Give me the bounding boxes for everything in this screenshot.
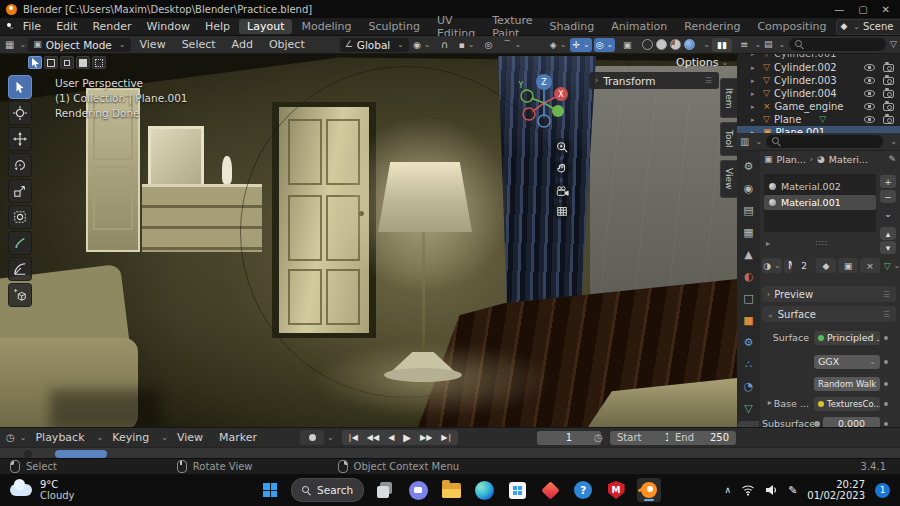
tab-modifiers[interactable]: ⚙ (738, 333, 759, 352)
sidebar-tab-view[interactable]: View (720, 160, 737, 198)
surface-panel-header[interactable]: ⌄Surface☰ (762, 306, 896, 322)
workspace-tab-compositing[interactable]: Compositing (749, 19, 834, 34)
volume-icon[interactable] (765, 484, 778, 496)
outliner-row[interactable]: ▸▽Plane ▽ (737, 113, 900, 126)
menu-window[interactable]: Window (140, 19, 197, 34)
proportional-edit-toggle[interactable]: ◎ (479, 38, 499, 52)
select-extend-button[interactable] (44, 56, 58, 69)
shading-wireframe-button[interactable] (642, 39, 653, 50)
properties-editor-icon[interactable]: ▥ (740, 137, 749, 147)
hide-eye-icon[interactable] (864, 116, 875, 123)
jump-to-end-button[interactable]: ▶∣ (437, 433, 455, 442)
snap-target-dropdown[interactable]: ▪⌄ (457, 38, 477, 52)
material-slot[interactable]: Material.002 (764, 179, 876, 194)
shading-rendered-button[interactable] (684, 39, 695, 50)
timeline-view-menu[interactable]: View (170, 430, 210, 445)
sidebar-tab-tool[interactable]: Tool (720, 122, 737, 156)
base-color-button[interactable]: TexturesCo... (814, 397, 880, 411)
select-intersect-button[interactable] (92, 56, 106, 69)
prev-keyframe-button[interactable]: ◀◀ (363, 433, 383, 442)
outliner-row[interactable]: ▸▽Cylinder.003 (737, 74, 900, 87)
transform-orientation-dropdown[interactable]: ∠ Global ⌄ (340, 38, 409, 52)
outliner[interactable]: ▸▽Cylinder.001 ▸▽Cylinder.002 ▸▽Cylinder… (737, 54, 900, 133)
play-reverse-button[interactable]: ◀ (384, 433, 398, 442)
slot-specials-dropdown[interactable]: ⌄ (880, 207, 896, 220)
annotate-tool[interactable] (8, 231, 32, 255)
keying-menu[interactable]: Keying (105, 430, 156, 445)
menu-render[interactable]: Render (85, 19, 138, 34)
toggle-perspective-button[interactable] (553, 202, 571, 220)
surface-shader-button[interactable]: Principled ... (814, 331, 880, 345)
maximize-button[interactable]: ▢ (858, 4, 867, 15)
breadcrumb-data[interactable]: Materi... (829, 154, 868, 165)
notification-badge[interactable]: 1 (875, 483, 890, 498)
sidebar-tab-item[interactable]: Item (720, 78, 737, 118)
render-visibility-icon[interactable] (883, 64, 894, 72)
next-keyframe-button[interactable]: ▶▶ (416, 433, 436, 442)
playhead-handle[interactable] (55, 450, 107, 458)
transform-panel-header[interactable]: › Transform ☰ (589, 72, 719, 89)
wifi-icon[interactable] (741, 484, 755, 496)
task-view-button[interactable] (373, 478, 397, 502)
menu-edit[interactable]: Edit (49, 19, 84, 34)
tab-object[interactable]: ■ (738, 311, 759, 330)
drag-grip-icon[interactable]: ☰ (705, 76, 713, 85)
marker-menu[interactable]: Marker (212, 430, 264, 445)
xray-toggle[interactable]: ▣ (617, 38, 637, 52)
file-explorer-icon[interactable] (439, 478, 463, 502)
outliner-display-mode-icon[interactable]: ▤ (764, 40, 773, 49)
slot-subpanel-collapsed[interactable]: ▸∷∷ (766, 239, 874, 248)
show-overlays-toggle[interactable]: ◎⌄ (594, 38, 616, 52)
current-frame-field[interactable]: 1 (537, 431, 601, 445)
hide-eye-icon[interactable] (864, 64, 875, 71)
play-button[interactable]: ▶ (399, 432, 415, 443)
tab-collection[interactable]: □ (738, 289, 759, 308)
render-visibility-icon[interactable] (883, 103, 894, 111)
mesh-data-dropdown[interactable]: ▽⌄ (882, 259, 900, 273)
tab-tool[interactable]: ⚙ (738, 157, 759, 176)
distribution-dropdown[interactable]: GGX⌄ (814, 355, 880, 369)
playback-menu[interactable]: Playback (28, 430, 91, 445)
edge-browser-icon[interactable] (472, 478, 496, 502)
render-visibility-icon[interactable] (883, 90, 894, 98)
keyframe-dot[interactable] (884, 336, 888, 340)
cursor-tool[interactable] (8, 101, 32, 125)
object-visibility-dropdown[interactable]: ◈⌄ (548, 38, 569, 52)
menu-add[interactable]: Add (225, 37, 260, 52)
weather-widget[interactable]: 9°C Cloudy (10, 479, 74, 501)
tab-object-data[interactable]: ▽ (738, 399, 759, 418)
workspace-tab-shading[interactable]: Shading (541, 19, 602, 34)
pivot-point-dropdown[interactable]: ◉⌄ (411, 38, 433, 52)
breadcrumb-object[interactable]: Plan... (777, 154, 806, 165)
pen-settings-icon[interactable]: ✎ (788, 484, 797, 497)
frame-end-field[interactable]: End250 (668, 431, 736, 445)
amd-software-icon[interactable] (538, 478, 562, 502)
tab-particles[interactable]: ∴ (738, 355, 759, 374)
add-slot-button[interactable]: + (880, 175, 896, 188)
select-set-button[interactable] (28, 56, 42, 69)
select-box-tool[interactable] (8, 75, 32, 99)
scale-tool[interactable] (8, 179, 32, 203)
minimize-button[interactable]: — (834, 4, 844, 15)
tab-render[interactable]: ◉ (738, 179, 759, 198)
pan-view-button[interactable] (553, 160, 571, 178)
workspace-tab-rendering[interactable]: Rendering (676, 19, 748, 34)
tab-output[interactable]: ▤ (738, 201, 759, 220)
tab-physics[interactable]: ◔ (738, 377, 759, 396)
shading-solid-button[interactable] (656, 39, 667, 50)
blender-taskbar-icon[interactable] (637, 478, 661, 502)
workspace-tab-sculpting[interactable]: Sculpting (361, 19, 428, 34)
render-visibility-icon[interactable] (883, 77, 894, 85)
unlink-material-button[interactable]: × (860, 258, 880, 273)
remove-slot-button[interactable]: − (880, 190, 896, 203)
mode-dropdown[interactable]: ▣ Object Mode ⌄ (28, 38, 130, 52)
fake-user-shield-button[interactable]: ◆ (816, 258, 836, 273)
keyframe-dot[interactable] (884, 402, 888, 406)
zoom-view-button[interactable] (553, 138, 571, 156)
add-cube-tool[interactable] (8, 283, 32, 307)
snap-magnet-toggle[interactable]: ∩ (435, 38, 455, 52)
outliner-editor-icon[interactable]: ≡ (740, 40, 748, 50)
viewport-options-dropdown[interactable]: Options⌄ (676, 56, 728, 69)
help-app-icon[interactable]: ? (571, 478, 595, 502)
clock-widget[interactable]: 20:27 01/02/2023 (807, 479, 865, 501)
